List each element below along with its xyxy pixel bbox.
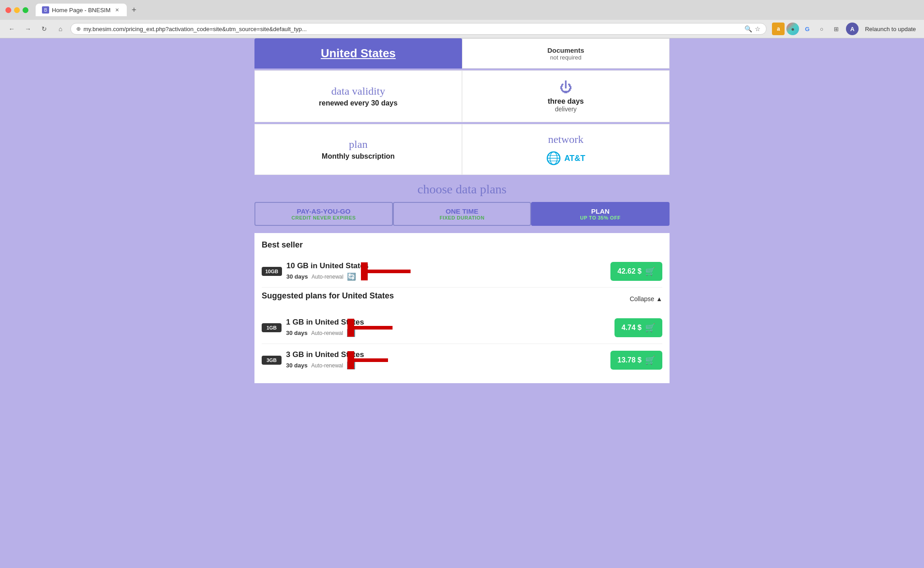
lock-icon: ⊕ — [76, 26, 81, 32]
back-button[interactable]: ← — [5, 23, 18, 35]
product-days-10gb: 30 days — [286, 273, 308, 280]
tab-plan[interactable]: PLAN UP TO 35% OFF — [531, 202, 670, 226]
tab-close-button[interactable]: ✕ — [113, 6, 120, 14]
tab-favicon-icon: B — [42, 6, 49, 14]
suggested-label: Suggested plans for United States — [262, 291, 394, 301]
minimize-window-button[interactable] — [14, 7, 20, 13]
tab-bar: B Home Page - BNESIM ✕ + — [36, 4, 919, 16]
price-10gb: 42.62 $ — [618, 267, 642, 275]
products-section: Best seller 10GB 10 GB in United States … — [254, 233, 670, 383]
tab-pay-as-you-go[interactable]: PAY-AS-YOU-GO CREDIT NEVER EXPIRES — [254, 202, 393, 226]
red-arrow-10gb — [361, 262, 415, 280]
forward-button[interactable]: → — [22, 23, 34, 35]
ext-button-translate[interactable]: G — [801, 23, 813, 35]
tab-one-time[interactable]: ONE TIME FIXED DURATION — [393, 202, 531, 226]
page-content: United States Documents not required dat… — [245, 38, 679, 392]
product-title-3gb: 3 GB in United States — [286, 350, 610, 359]
cart-icon-1gb: 🛒 — [645, 323, 655, 333]
add-to-cart-3gb[interactable]: 13.78 $ 🛒 — [610, 351, 662, 370]
add-to-cart-1gb[interactable]: 4.74 $ 🛒 — [614, 318, 662, 337]
browser-chrome: B Home Page - BNESIM ✕ + ← → ↻ ⌂ ⊕ my.bn… — [0, 0, 924, 38]
reload-button[interactable]: ↻ — [38, 23, 51, 35]
choose-plans-title: choose data plans — [254, 182, 670, 197]
maximize-window-button[interactable] — [23, 7, 28, 13]
documents-subtitle: not required — [550, 54, 581, 61]
best-seller-product: 10GB 10 GB in United States 30 days Auto… — [262, 255, 662, 288]
best-seller-label: Best seller — [262, 240, 662, 250]
product-3gb: 3GB 3 GB in United States 30 days Auto-r… — [262, 344, 662, 376]
product-size-10gb: 10GB — [262, 267, 282, 276]
extensions-button[interactable]: ⊞ — [830, 23, 842, 35]
product-info-10gb: 10 GB in United States 30 days Auto-rene… — [286, 261, 610, 281]
ext-button-3[interactable]: ○ — [815, 23, 828, 35]
collapse-chevron-icon: ▲ — [656, 295, 662, 302]
delivery-icon: ⏻ — [559, 80, 572, 95]
home-button[interactable]: ⌂ — [54, 23, 67, 35]
ext-button-1[interactable]: a — [772, 23, 785, 35]
product-meta-10gb: 30 days Auto-renewal 🔄 — [286, 272, 610, 281]
divider — [262, 288, 662, 291]
documents-box: Documents not required — [462, 38, 670, 69]
product-renewal-1gb: Auto-renewal — [311, 330, 343, 336]
att-logo-icon — [546, 151, 561, 165]
tab-payg-sub: CREDIT NEVER EXPIRES — [260, 215, 388, 220]
new-tab-button[interactable]: + — [129, 5, 139, 15]
red-arrow-3gb — [347, 351, 393, 369]
country-section: United States Documents not required — [254, 38, 670, 69]
product-info-3gb: 3 GB in United States 30 days Auto-renew… — [286, 350, 610, 370]
tab-payg-main: PAY-AS-YOU-GO — [260, 207, 388, 215]
att-logo: AT&T — [546, 151, 586, 165]
plan-label: plan — [349, 138, 367, 151]
product-renewal-10gb: Auto-renewal — [311, 274, 343, 280]
nav-bar: ← → ↻ ⌂ ⊕ my.bnesim.com/pricing_ext.php?… — [0, 20, 924, 38]
product-renewal-3gb: Auto-renewal — [311, 362, 343, 369]
product-info-1gb: 1 GB in United States 30 days Auto-renew… — [286, 318, 614, 337]
product-meta-1gb: 30 days Auto-renewal 🔄 — [286, 329, 614, 337]
delivery-days: three days — [548, 97, 584, 105]
active-tab[interactable]: B Home Page - BNESIM ✕ — [36, 4, 127, 16]
country-link[interactable]: United States — [321, 46, 396, 60]
tab-onetime-sub: FIXED DURATION — [398, 215, 526, 220]
product-title-10gb: 10 GB in United States — [286, 261, 610, 270]
plan-tabs: PAY-AS-YOU-GO CREDIT NEVER EXPIRES ONE T… — [254, 202, 670, 226]
tab-plan-sub: UP TO 35% OFF — [536, 215, 664, 220]
network-label: network — [548, 133, 584, 146]
tab-plan-main: PLAN — [536, 207, 664, 215]
product-title-1gb: 1 GB in United States — [286, 318, 614, 327]
cart-icon-10gb: 🛒 — [645, 266, 655, 276]
product-1gb: 1GB 1 GB in United States 30 days Auto-r… — [262, 311, 662, 344]
info-row: data validity renewed every 30 days ⏻ th… — [254, 70, 670, 122]
title-bar: B Home Page - BNESIM ✕ + — [0, 0, 924, 20]
ext-button-2[interactable]: ● — [786, 23, 799, 35]
delivery-sublabel: delivery — [555, 105, 577, 113]
choose-plans-section: choose data plans PAY-AS-YOU-GO CREDIT N… — [254, 182, 670, 226]
cart-icon-3gb: 🛒 — [645, 355, 655, 365]
network-card: network AT&T — [462, 124, 670, 175]
att-name: AT&T — [564, 154, 586, 163]
window-controls — [5, 7, 28, 13]
url-text: my.bnesim.com/pricing_ext.php?activation… — [83, 26, 742, 32]
profile-avatar[interactable]: A — [846, 23, 859, 35]
country-header: United States — [254, 38, 462, 69]
product-days-3gb: 30 days — [286, 362, 308, 369]
data-validity-value: renewed every 30 days — [319, 99, 397, 107]
collapse-label: Collapse — [630, 295, 654, 302]
address-bar[interactable]: ⊕ my.bnesim.com/pricing_ext.php?activati… — [70, 23, 767, 35]
plan-network-row: plan Monthly subscription network AT&T — [254, 124, 670, 175]
product-meta-3gb: 30 days Auto-renewal 🔄 — [286, 361, 610, 370]
relaunch-button[interactable]: Relaunch to update — [862, 25, 919, 33]
documents-title: Documents — [547, 46, 584, 54]
close-window-button[interactable] — [5, 7, 11, 13]
delivery-card: ⏻ three days delivery — [462, 70, 670, 122]
product-days-1gb: 30 days — [286, 330, 308, 336]
red-arrow-1gb — [347, 319, 397, 337]
collapse-button[interactable]: Collapse ▲ — [630, 295, 662, 302]
plan-card: plan Monthly subscription — [254, 124, 462, 175]
plan-value: Monthly subscription — [322, 152, 395, 160]
price-1gb: 4.74 $ — [622, 324, 642, 332]
tab-onetime-main: ONE TIME — [398, 207, 526, 215]
product-size-3gb: 3GB — [262, 356, 282, 365]
browser-extensions: a ● G ○ ⊞ — [772, 23, 842, 35]
bookmark-icon: ☆ — [755, 25, 761, 32]
add-to-cart-10gb[interactable]: 42.62 $ 🛒 — [610, 262, 662, 281]
